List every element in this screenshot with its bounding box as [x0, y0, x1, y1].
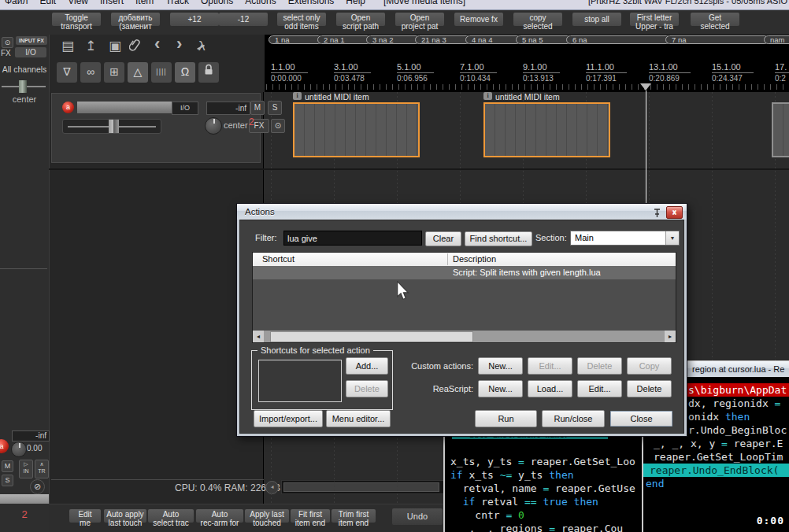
- mixer-volume-readout[interactable]: -inf: [12, 430, 50, 441]
- reascript-load-button[interactable]: Load...: [528, 380, 572, 397]
- crossfade-icon[interactable]: ||||: [151, 62, 172, 83]
- region-tab-7[interactable]: 6 na: [566, 35, 669, 44]
- mixer-record-arm-button[interactable]: a: [0, 439, 9, 453]
- reascript-delete-button[interactable]: Delete: [627, 380, 672, 397]
- paperclip-icon[interactable]: [129, 39, 140, 57]
- dialog-title-bar[interactable]: Actions x: [237, 204, 687, 220]
- mixer-input-button[interactable]: ▷ IN: [19, 460, 33, 478]
- mixer-trim-button[interactable]: ∧ TR: [35, 460, 49, 478]
- delete-shortcut-button[interactable]: Delete: [346, 380, 388, 397]
- toolbar-button-6[interactable]: Open project pat: [395, 13, 444, 26]
- toolbar-button-0[interactable]: Toggle transport: [52, 13, 101, 26]
- selected-action-row[interactable]: Script: Split items with given length.lu…: [253, 266, 676, 279]
- script-editor-mid[interactable]: auto instrument namer x_ts, y_ts = reape…: [443, 427, 643, 532]
- mute-button[interactable]: M: [250, 101, 265, 115]
- section-dropdown[interactable]: Main ▼: [570, 231, 680, 246]
- menu-actions[interactable]: Actions: [245, 0, 276, 6]
- shortcut-list[interactable]: [258, 360, 342, 402]
- menu-extensions[interactable]: Extensions: [288, 0, 335, 6]
- region-tab-1[interactable]: 1 na: [269, 35, 321, 44]
- region-tab-8[interactable]: 7 na: [665, 35, 768, 44]
- midi-item-partial[interactable]: [772, 102, 789, 157]
- volume-fader[interactable]: [62, 119, 161, 134]
- add-shortcut-button[interactable]: Add...: [346, 357, 388, 375]
- bottom-toolbar-button-6[interactable]: Trim first item end: [332, 509, 376, 523]
- solo-button[interactable]: S: [268, 101, 282, 115]
- fx-bypass-button[interactable]: ⊙: [271, 119, 285, 133]
- table-hscrollbar[interactable]: ◂ ▸: [253, 331, 676, 342]
- midi-item-1[interactable]: [293, 102, 420, 157]
- reascript-edit-button[interactable]: Edit...: [577, 380, 622, 397]
- mixer-solo-button[interactable]: S: [2, 475, 13, 486]
- track-io-button[interactable]: I/O: [172, 102, 198, 115]
- no-draw-tool-icon[interactable]: λ: [198, 39, 206, 54]
- fx-label[interactable]: FX: [1, 49, 11, 57]
- menu-track[interactable]: Track: [165, 0, 189, 6]
- region-tab-3[interactable]: 3 na 2: [366, 35, 419, 44]
- mixer-phase-button[interactable]: ⊘: [30, 479, 45, 494]
- snap-magnet-icon[interactable]: Ω: [175, 62, 195, 83]
- track-name-field[interactable]: [77, 102, 172, 113]
- menu-help[interactable]: Help: [346, 0, 365, 6]
- scrollbar-thumb[interactable]: [283, 482, 439, 492]
- lock-icon[interactable]: [198, 62, 219, 83]
- ripple-edit-icon[interactable]: ⊞: [104, 62, 124, 83]
- playhead-marker[interactable]: [640, 83, 651, 91]
- toolbar-button-9[interactable]: stop all: [572, 13, 621, 26]
- midi-item-2[interactable]: [483, 102, 610, 157]
- close-icon[interactable]: x: [666, 206, 683, 219]
- io-button[interactable]: I/O: [15, 47, 46, 57]
- column-description[interactable]: Description: [453, 253, 496, 266]
- region-tab-6[interactable]: 5 na 5: [516, 35, 570, 44]
- run-button[interactable]: Run: [475, 410, 537, 427]
- region-tab-2[interactable]: 2 na 1: [317, 35, 370, 44]
- find-shortcut-button[interactable]: Find shortcut...: [465, 231, 532, 246]
- table-scroll-thumb[interactable]: [270, 331, 473, 342]
- envelope-icon[interactable]: △: [128, 62, 148, 83]
- menu-view[interactable]: View: [68, 0, 88, 6]
- clear-button[interactable]: Clear: [425, 231, 461, 246]
- region-tab-4[interactable]: 21 na 3: [415, 35, 469, 44]
- column-shortcut[interactable]: Shortcut: [253, 254, 294, 264]
- custom-action-delete-button[interactable]: Delete: [577, 357, 622, 375]
- run-close-button[interactable]: Run/close: [542, 410, 605, 427]
- toolbar-button-11[interactable]: Get selected: [691, 13, 739, 26]
- toolbar-button-1[interactable]: добавить (заменит: [111, 13, 160, 26]
- menu-файл[interactable]: Файл: [5, 0, 28, 6]
- mouse-modifier-icon[interactable]: ∇: [57, 62, 77, 83]
- region-tab-9[interactable]: nam: [764, 35, 789, 44]
- toolbar-button-10[interactable]: First letter Upper - tra: [630, 13, 679, 26]
- custom-action-edit-button[interactable]: Edit...: [528, 357, 572, 375]
- menu-edit[interactable]: Edit: [40, 0, 57, 6]
- toolbar-button-4[interactable]: select only odd items: [277, 13, 326, 26]
- undo-button[interactable]: Undo: [392, 508, 443, 525]
- close-button[interactable]: Close: [609, 410, 673, 427]
- scroll-left-button[interactable]: ◂: [265, 481, 279, 494]
- import-export-button[interactable]: Import/export...: [254, 410, 323, 427]
- filter-input[interactable]: [283, 231, 422, 246]
- undo-icon[interactable]: ‹: [154, 36, 160, 52]
- toolbar-button-5[interactable]: Open script path: [336, 13, 385, 26]
- item-grouping-icon[interactable]: ∞: [80, 62, 101, 83]
- master-power-button[interactable]: ⊙: [2, 37, 13, 48]
- toolbar-button-7[interactable]: Remove fx: [454, 13, 503, 26]
- menu-insert[interactable]: Insert: [100, 0, 124, 6]
- mixer-mute-button[interactable]: M: [2, 460, 13, 472]
- pan-knob[interactable]: [205, 117, 222, 135]
- menu-editor-button[interactable]: Menu editor...: [326, 410, 391, 427]
- volume-fader-handle[interactable]: [109, 120, 119, 133]
- menu-item[interactable]: Item: [135, 0, 154, 6]
- actions-table[interactable]: Shortcut Description Script: Split items…: [252, 252, 676, 343]
- redo-icon[interactable]: ›: [176, 36, 182, 52]
- mixer-knob[interactable]: [11, 441, 27, 457]
- new-project-icon[interactable]: ▤: [61, 39, 74, 54]
- custom-action-copy-button[interactable]: Copy: [627, 357, 672, 375]
- open-project-icon[interactable]: ↥: [85, 39, 96, 54]
- scroll-left-arrow[interactable]: ◂: [253, 331, 264, 342]
- table-header[interactable]: Shortcut Description: [253, 253, 676, 266]
- horizontal-scrollbar[interactable]: [281, 480, 445, 494]
- timeline-ruler[interactable]: 1.1.000:00.0003.1.000:03.4785.1.000:06.9…: [265, 45, 789, 92]
- pan-slider-handle[interactable]: [19, 80, 27, 93]
- region-tab-5[interactable]: 4 na 4: [465, 35, 520, 44]
- track-volume-readout[interactable]: -inf: [206, 102, 250, 115]
